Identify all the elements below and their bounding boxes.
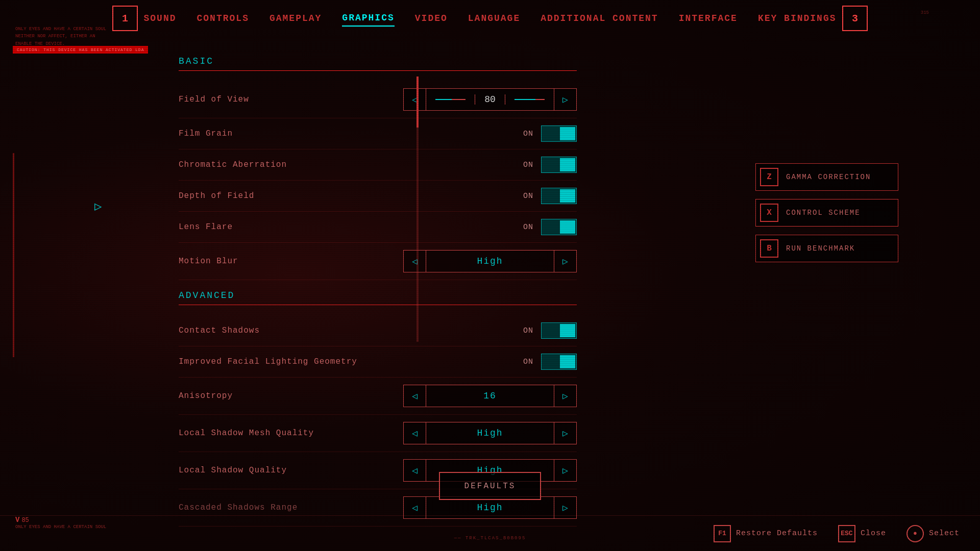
gamma-key: Z (760, 168, 778, 186)
gamma-correction-button[interactable]: Z GAMMA CORRECTION (755, 163, 898, 191)
shadow-mesh-control[interactable]: ◁ High ▷ (403, 422, 577, 444)
setting-name-motion-blur: Motion Blur (179, 257, 238, 266)
facial-lighting-control: ON (518, 354, 577, 370)
scrollbar-thumb[interactable] (416, 77, 419, 128)
setting-contact-shadows: Contact Shadows ON (179, 315, 577, 346)
setting-name-contact-shadows: Contact Shadows (179, 326, 260, 335)
setting-name-anisotropy: Anisotropy (179, 391, 233, 400)
setting-name-shadow-quality: Local Shadow Quality (179, 466, 287, 475)
nav-badge-right: 3 (842, 6, 868, 31)
content-area: Basic Field of View ◁ 80 (179, 56, 577, 527)
fov-slider-control[interactable]: ◁ 80 ▷ (403, 88, 577, 111)
contact-shadows-state: ON (518, 327, 533, 335)
benchmark-key: B (760, 239, 778, 258)
setting-shadow-mesh-quality: Local Shadow Mesh Quality ◁ High ▷ (179, 415, 577, 452)
anisotropy-arrow-right[interactable]: ▷ (554, 385, 576, 407)
tab-language[interactable]: LANGUAGE (468, 11, 520, 26)
section-basic-label: Basic (179, 56, 577, 71)
tab-graphics[interactable]: GRAPHICS (342, 10, 394, 27)
cursor-icon: ▷ (94, 199, 102, 214)
cascaded-shadows-value: High (426, 503, 554, 513)
anisotropy-value: 16 (426, 391, 554, 401)
restore-key: F1 (714, 525, 731, 542)
benchmark-label: RUN BENCHMARK (786, 244, 855, 253)
contact-shadows-control: ON (518, 322, 577, 339)
dof-toggle[interactable] (541, 188, 577, 204)
shadow-mesh-arrow-left[interactable]: ◁ (404, 422, 426, 444)
defaults-button[interactable]: DEFAULTS (439, 472, 541, 500)
contact-shadows-toggle[interactable] (541, 322, 577, 339)
shadow-mesh-value: High (426, 428, 554, 438)
top-right-decoration: 315 (921, 10, 929, 15)
fov-arrow-right[interactable]: ▷ (554, 88, 576, 111)
close-key: ESC (838, 525, 855, 542)
control-scheme-button[interactable]: X CONTROL SCHEME (755, 199, 898, 227)
contact-shadows-thumb (560, 324, 575, 337)
dof-state: ON (518, 192, 533, 201)
shadow-quality-arrow-left[interactable]: ◁ (404, 459, 426, 482)
close-label: Close (861, 529, 886, 538)
tab-additional-content[interactable]: ADDITIONAL CONTENT (541, 11, 658, 26)
setting-film-grain: Film Grain ON (179, 118, 577, 149)
lens-flare-toggle[interactable] (541, 219, 577, 235)
tab-sound[interactable]: SOUND (144, 11, 177, 26)
chromatic-thumb (560, 158, 575, 171)
setting-depth-of-field: Depth of Field ON (179, 181, 577, 212)
nav-tabs: SOUND CONTROLS GAMEPLAY GRAPHICS VIDEO L… (144, 10, 837, 27)
section-advanced-label: Advanced (179, 290, 577, 305)
fov-slider-fill-right (514, 99, 535, 100)
gamma-label: GAMMA CORRECTION (786, 173, 871, 181)
control-scheme-key: X (760, 204, 778, 222)
tab-interface[interactable]: INTERFACE (679, 11, 738, 26)
fov-arrow-left[interactable]: ◁ (404, 88, 426, 111)
basic-settings-list: Field of View ◁ 80 ▷ (179, 81, 577, 280)
lens-flare-control: ON (518, 219, 577, 235)
setting-chromatic-aberration: Chromatic Aberration ON (179, 149, 577, 181)
setting-name-facial-lighting: Improved Facial Lighting Geometry (179, 357, 357, 366)
scrollbar[interactable] (416, 77, 419, 342)
shadow-quality-arrow-right[interactable]: ▷ (554, 459, 576, 482)
shadow-mesh-arrow-right[interactable]: ▷ (554, 422, 576, 444)
version-text: ONLY EYES AND HAVE A CERTAIN SOUL (15, 524, 106, 531)
motion-blur-arrow-right[interactable]: ▷ (554, 250, 576, 272)
motion-blur-value: High (426, 256, 554, 266)
tab-controls[interactable]: CONTROLS (197, 11, 249, 26)
setting-lens-flare: Lens Flare ON (179, 212, 577, 243)
chromatic-toggle[interactable] (541, 157, 577, 173)
motion-blur-control[interactable]: ◁ High ▷ (403, 250, 577, 272)
chromatic-control: ON (518, 157, 577, 173)
setting-name-chromatic: Chromatic Aberration (179, 160, 287, 169)
setting-name-shadow-mesh: Local Shadow Mesh Quality (179, 429, 314, 438)
left-decoration-text: ONLY EYES AND HAVE A CERTAIN SOUL NEITHE… (15, 26, 106, 47)
film-grain-toggle[interactable] (541, 126, 577, 142)
tab-key-bindings[interactable]: KEY BINDINGS (758, 11, 837, 26)
setting-facial-lighting: Improved Facial Lighting Geometry ON (179, 346, 577, 378)
tab-gameplay[interactable]: GAMEPLAY (270, 11, 322, 26)
facial-lighting-toggle[interactable] (541, 354, 577, 370)
fov-value: 80 (475, 94, 505, 105)
run-benchmark-button[interactable]: B RUN BENCHMARK (755, 235, 898, 262)
tab-video[interactable]: VIDEO (415, 11, 448, 26)
motion-blur-arrow-left[interactable]: ◁ (404, 250, 426, 272)
setting-name-fov: Field of View (179, 95, 249, 104)
dof-thumb (560, 189, 575, 203)
setting-name-lens-flare: Lens Flare (179, 222, 233, 232)
select-action[interactable]: ● Select (906, 525, 960, 542)
setting-name-film-grain: Film Grain (179, 129, 233, 138)
fov-slider-track (435, 99, 465, 100)
fov-slider-track-right (514, 99, 545, 100)
restore-defaults-action[interactable]: F1 Restore Defaults (714, 525, 818, 542)
film-grain-state: ON (518, 130, 533, 138)
film-grain-control: ON (518, 126, 577, 142)
lens-flare-thumb (560, 220, 575, 234)
setting-field-of-view: Field of View ◁ 80 ▷ (179, 81, 577, 118)
anisotropy-arrow-left[interactable]: ◁ (404, 385, 426, 407)
setting-name-cascaded-shadows: Cascaded Shadows Range (179, 503, 298, 512)
warning-bar: CAUTION: THIS DEVICE HAS BEEN ACTIVATED … (13, 46, 148, 54)
film-grain-thumb (560, 127, 575, 140)
close-action[interactable]: ESC Close (838, 525, 886, 542)
setting-name-dof: Depth of Field (179, 191, 254, 201)
anisotropy-control[interactable]: ◁ 16 ▷ (403, 385, 577, 407)
setting-anisotropy: Anisotropy ◁ 16 ▷ (179, 378, 577, 415)
dof-control: ON (518, 188, 577, 204)
